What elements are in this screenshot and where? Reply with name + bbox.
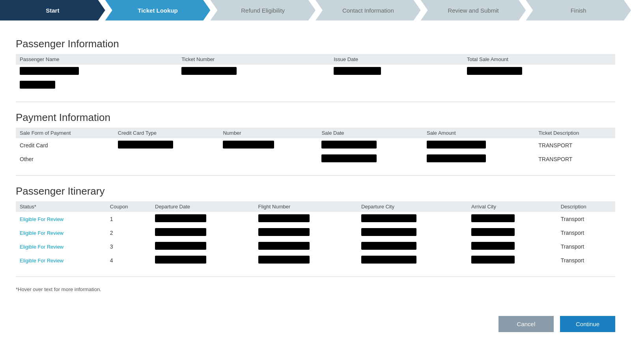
divider-1 (16, 102, 615, 102)
redacted-sale-amount-2 (427, 154, 486, 162)
col-flight-number: Flight Number (254, 201, 358, 212)
passenger-name-cell (16, 65, 177, 78)
sale-date-cell-2 (317, 152, 423, 166)
itinerary-dep-date-3 (151, 253, 254, 267)
itinerary-status-0: Eligible For Review (16, 212, 106, 226)
itinerary-table: Status* Coupon Departure Date Flight Num… (16, 201, 615, 267)
redacted-arr-city-2 (471, 242, 515, 250)
issue-date-cell (330, 65, 463, 78)
itinerary-arr-city-1 (467, 226, 557, 240)
redacted-dep-date-0 (155, 214, 206, 222)
itinerary-flight-num-2 (254, 240, 358, 253)
footer-buttons: Cancel Continue (0, 308, 631, 340)
col-departure-city: Departure City (357, 201, 467, 212)
itinerary-coupon-1: 2 (106, 226, 151, 240)
itinerary-arr-city-2 (467, 240, 557, 253)
sale-amount-cell (423, 138, 534, 152)
redacted-dep-city-2 (361, 242, 416, 250)
progress-bar: Start Ticket Lookup Refund Eligibility C… (0, 0, 631, 20)
itinerary-status-2: Eligible For Review (16, 240, 106, 253)
col-passenger-name: Passenger Name (16, 54, 177, 65)
step-start[interactable]: Start (0, 0, 105, 20)
table-row: Eligible For Review 4 Transport (16, 253, 615, 267)
col-status: Status* (16, 201, 106, 212)
itinerary-dep-date-2 (151, 240, 254, 253)
itinerary-dep-city-3 (357, 253, 467, 267)
redacted-passenger-name (20, 67, 79, 75)
step-refund-eligibility[interactable]: Refund Eligibility (210, 0, 316, 20)
itinerary-dep-date-0 (151, 212, 254, 226)
divider-2 (16, 175, 615, 176)
table-row: Eligible For Review 3 Transport (16, 240, 615, 253)
redacted-sale-date-2 (321, 154, 377, 162)
sale-form-cell: Credit Card (16, 138, 114, 152)
col-departure-date: Departure Date (151, 201, 254, 212)
eligible-for-review-link-3[interactable]: Eligible For Review (20, 258, 63, 264)
redacted-ticket-number (181, 67, 237, 75)
ticket-desc-cell-2: TRANSPORT (534, 152, 615, 166)
step-review-submit[interactable]: Review and Submit (421, 0, 526, 20)
main-content: Passenger Information Passenger Name Tic… (0, 20, 631, 300)
col-sale-amount: Sale Amount (423, 128, 534, 138)
redacted-dep-city-0 (361, 214, 416, 222)
cancel-button[interactable]: Cancel (498, 316, 554, 332)
itinerary-dep-city-0 (357, 212, 467, 226)
itinerary-coupon-3: 4 (106, 253, 151, 267)
redacted-dep-date-1 (155, 228, 206, 236)
col-ticket-desc: Ticket Description (534, 128, 615, 138)
ticket-number-cell (177, 65, 330, 78)
col-issue-date: Issue Date (330, 54, 463, 65)
redacted-issue-date (334, 67, 381, 75)
redacted-dep-city-3 (361, 256, 416, 264)
itinerary-flight-num-3 (254, 253, 358, 267)
itinerary-desc-0: Transport (557, 212, 615, 226)
eligible-for-review-link-2[interactable]: Eligible For Review (20, 244, 63, 250)
redacted-dep-city-1 (361, 228, 416, 236)
passenger-info-title: Passenger Information (16, 38, 615, 50)
table-row: Eligible For Review 2 Transport (16, 226, 615, 240)
sale-date-cell (317, 138, 423, 152)
redacted-arr-city-3 (471, 256, 515, 264)
ticket-desc-cell: TRANSPORT (534, 138, 615, 152)
redacted-flight-num-2 (258, 242, 310, 250)
itinerary-arr-city-3 (467, 253, 557, 267)
step-finish[interactable]: Finish (526, 0, 631, 20)
table-row (16, 78, 615, 92)
col-sale-form: Sale Form of Payment (16, 128, 114, 138)
redacted-flight-num-0 (258, 214, 310, 222)
passenger-info-table: Passenger Name Ticket Number Issue Date … (16, 54, 615, 92)
total-sale-amount-cell (463, 65, 615, 78)
col-number: Number (219, 128, 317, 138)
sale-form-cell-2: Other (16, 152, 114, 166)
payment-info-table: Sale Form of Payment Credit Card Type Nu… (16, 128, 615, 166)
itinerary-arr-city-0 (467, 212, 557, 226)
table-row: Eligible For Review 1 Transport (16, 212, 615, 226)
itinerary-coupon-0: 1 (106, 212, 151, 226)
redacted-arr-city-1 (471, 228, 515, 236)
itinerary-coupon-2: 3 (106, 240, 151, 253)
table-row: Credit Card TRANSPORT (16, 138, 615, 152)
cc-type-cell (114, 138, 219, 152)
itinerary-desc-3: Transport (557, 253, 615, 267)
step-contact-information[interactable]: Contact Information (316, 0, 421, 20)
sale-amount-cell-2 (423, 152, 534, 166)
itinerary-flight-num-1 (254, 226, 358, 240)
itinerary-status-1: Eligible For Review (16, 226, 106, 240)
eligible-for-review-link-0[interactable]: Eligible For Review (20, 216, 63, 222)
footnote: *Hover over text for more information. (16, 286, 615, 292)
redacted-sale-amount (427, 141, 486, 149)
redacted-cc-type (118, 141, 173, 149)
itinerary-dep-city-1 (357, 226, 467, 240)
number-cell (219, 138, 317, 152)
step-ticket-lookup[interactable]: Ticket Lookup (105, 0, 211, 20)
passenger-name-cell-2 (16, 78, 177, 92)
col-total-sale-amount: Total Sale Amount (463, 54, 615, 65)
redacted-arr-city-0 (471, 214, 515, 222)
eligible-for-review-link-1[interactable]: Eligible For Review (20, 230, 63, 236)
col-arrival-city: Arrival City (467, 201, 557, 212)
itinerary-desc-1: Transport (557, 226, 615, 240)
col-sale-date: Sale Date (317, 128, 423, 138)
itinerary-status-3: Eligible For Review (16, 253, 106, 267)
continue-button[interactable]: Continue (560, 316, 615, 332)
redacted-dep-date-2 (155, 242, 206, 250)
